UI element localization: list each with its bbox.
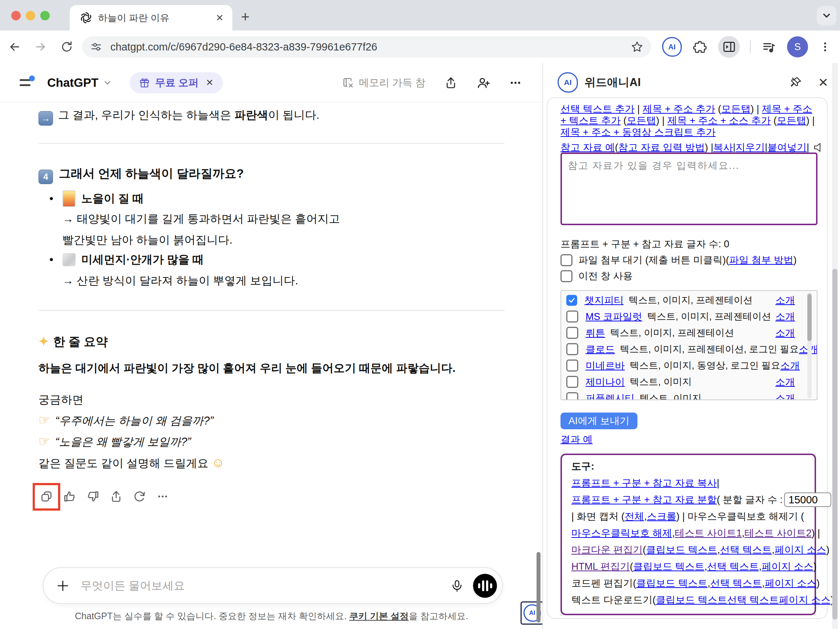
- service-intro-link[interactable]: 소개: [775, 392, 795, 401]
- composer[interactable]: 무엇이든 물어보세요: [43, 567, 503, 604]
- panel-scrollbar-thumb[interactable]: [832, 269, 837, 620]
- link-selected-text[interactable]: 선택 텍스트: [707, 560, 759, 573]
- link-unblock-rightclick[interactable]: 마우스우클릭보호 해제: [572, 526, 672, 540]
- link-markdown-editor[interactable]: 마크다운 편집기: [572, 543, 643, 556]
- link-test-site2[interactable]: 테스트 사이트2: [745, 526, 812, 540]
- link-copy[interactable]: 복사: [713, 141, 733, 154]
- link-page-source[interactable]: 페이지 소스: [762, 560, 813, 573]
- speaker-icon[interactable]: [813, 142, 824, 153]
- tab-search-button[interactable]: [817, 6, 836, 25]
- browser-tab[interactable]: 하늘이 파란 이유 ✕: [70, 5, 232, 30]
- service-checkbox[interactable]: [566, 360, 578, 371]
- sidebar-toggle-icon[interactable]: [19, 76, 35, 90]
- link-page-source[interactable]: 페이지 소스: [775, 543, 827, 556]
- attach-wait-checkbox[interactable]: [561, 254, 572, 266]
- link-reference-howto[interactable]: 참고 자료 입력 방법: [618, 141, 705, 154]
- service-link[interactable]: MS 코파일럿: [586, 310, 642, 323]
- offer-close-icon[interactable]: ✕: [206, 77, 213, 88]
- service-link[interactable]: 미네르바: [586, 359, 625, 372]
- link-clear[interactable]: 지우기: [736, 141, 765, 154]
- media-playlist-button[interactable]: [762, 40, 776, 54]
- page-scrollbar-thumb[interactable]: [537, 552, 540, 623]
- service-checkbox[interactable]: [566, 343, 578, 355]
- new-tab-button[interactable]: +: [241, 9, 249, 24]
- link-paste[interactable]: 붙여넣기: [767, 141, 807, 154]
- reload-button[interactable]: [57, 37, 77, 57]
- dictate-button[interactable]: [450, 579, 464, 592]
- back-button[interactable]: [4, 37, 25, 57]
- link-page-source[interactable]: 페이지 소스: [779, 593, 831, 607]
- service-intro-link[interactable]: 소개: [775, 327, 795, 340]
- link-capture-scroll[interactable]: 스크롤: [647, 510, 676, 523]
- thumbs-up-button[interactable]: [62, 488, 78, 504]
- link-capture-full[interactable]: 전체: [625, 510, 644, 523]
- link-clipboard-text[interactable]: 클립보드 텍스트: [636, 577, 708, 590]
- conversation-menu-button[interactable]: [509, 76, 522, 89]
- macos-close-button[interactable]: [11, 11, 21, 21]
- link-clipboard-text[interactable]: 클립보드 텍스트: [633, 560, 704, 573]
- service-link[interactable]: 퍼플렉시티: [586, 392, 635, 401]
- link-reference-example[interactable]: 참고 자료 예: [561, 141, 615, 154]
- composer-placeholder[interactable]: 무엇이든 물어보세요: [81, 578, 450, 593]
- invite-button[interactable]: [476, 76, 490, 90]
- link-all-tabs[interactable]: 모든탭: [721, 103, 751, 114]
- url-text[interactable]: chatgpt.com/c/6967d290-6e84-8323-a839-79…: [111, 41, 631, 53]
- link-selected-text[interactable]: 선택 텍스트: [727, 593, 779, 607]
- result-example-link[interactable]: 결과 예: [561, 434, 593, 445]
- service-checkbox[interactable]: [566, 392, 578, 400]
- site-info-icon[interactable]: [90, 41, 103, 53]
- model-switcher[interactable]: ChatGPT: [47, 76, 112, 90]
- side-panel-button[interactable]: [718, 36, 740, 58]
- service-intro-link[interactable]: 소개: [780, 359, 800, 372]
- service-intro-link[interactable]: 소개: [775, 310, 795, 323]
- panel-close-button[interactable]: ✕: [818, 75, 829, 90]
- macos-zoom-button[interactable]: [40, 11, 50, 21]
- link-attach-howto[interactable]: 파일 첨부 방법: [729, 253, 794, 267]
- free-offer-badge[interactable]: 무료 오퍼 ✕: [129, 72, 223, 93]
- link-all-tabs[interactable]: 모든탭: [627, 115, 656, 126]
- link-split-prompt-ref[interactable]: 프롬프트 + 구분 + 참고 자료 분할: [572, 493, 717, 506]
- link-add-video-script[interactable]: 제목 + 주소 + 동영상 스크립트 추가: [561, 127, 716, 137]
- link-add-title-url-source[interactable]: 제목 + 주소 + 소스 추가: [667, 115, 771, 126]
- link-html-editor[interactable]: HTML 편집기: [572, 560, 630, 573]
- link-copy-prompt-ref[interactable]: 프롬프트 + 구분 + 참고 자료 복사: [572, 476, 717, 490]
- service-checkbox[interactable]: [566, 327, 578, 339]
- service-checkbox[interactable]: [566, 376, 578, 388]
- service-intro-link[interactable]: 소개: [775, 294, 795, 307]
- service-checkbox[interactable]: [566, 310, 578, 322]
- more-actions-button[interactable]: [155, 488, 171, 504]
- prev-window-checkbox[interactable]: [561, 270, 572, 282]
- ai-extension-button[interactable]: AI: [662, 37, 682, 57]
- link-all-tabs[interactable]: 모든탭: [777, 115, 806, 126]
- share-button[interactable]: [444, 76, 457, 89]
- service-link[interactable]: 클로드: [586, 343, 615, 356]
- link-add-title-url[interactable]: 제목 + 주소 추가: [643, 103, 715, 114]
- link-add-selected-text[interactable]: 선택 텍스트 추가: [561, 103, 635, 114]
- link-page-source[interactable]: 페이지 소스: [765, 577, 817, 590]
- service-link[interactable]: 제미나이: [586, 376, 625, 389]
- service-link[interactable]: 챗지피티: [584, 294, 624, 307]
- copy-button[interactable]: [38, 488, 54, 504]
- link-selected-text[interactable]: 선택 텍스트: [711, 577, 762, 590]
- unpin-button[interactable]: [789, 76, 802, 89]
- send-to-ai-button[interactable]: AI에게 보내기: [561, 412, 638, 429]
- voice-mode-button[interactable]: [473, 574, 497, 598]
- link-clipboard-text[interactable]: 클립보드 텍스트: [656, 593, 728, 607]
- service-checkbox-checked[interactable]: [566, 295, 577, 306]
- cookie-settings-link[interactable]: 쿠키 기본 설정: [349, 611, 409, 621]
- attach-button[interactable]: [56, 579, 70, 593]
- services-scrollbar-thumb[interactable]: [807, 294, 812, 341]
- link-test-site1[interactable]: 테스트 사이트1: [675, 526, 742, 540]
- reference-input[interactable]: [561, 153, 818, 225]
- link-selected-text[interactable]: 선택 텍스트: [720, 543, 772, 556]
- bookmark-star-icon[interactable]: [631, 41, 643, 53]
- macos-minimize-button[interactable]: [26, 11, 35, 21]
- tab-close-button[interactable]: ✕: [216, 13, 224, 24]
- extensions-button[interactable]: [693, 40, 707, 54]
- service-intro-link[interactable]: 소개: [775, 376, 795, 389]
- profile-avatar[interactable]: S: [787, 36, 808, 57]
- link-clipboard-text[interactable]: 클립보드 텍스트: [646, 543, 718, 556]
- split-count-input[interactable]: [784, 492, 831, 507]
- thumbs-down-button[interactable]: [85, 488, 101, 504]
- regenerate-button[interactable]: [131, 488, 147, 504]
